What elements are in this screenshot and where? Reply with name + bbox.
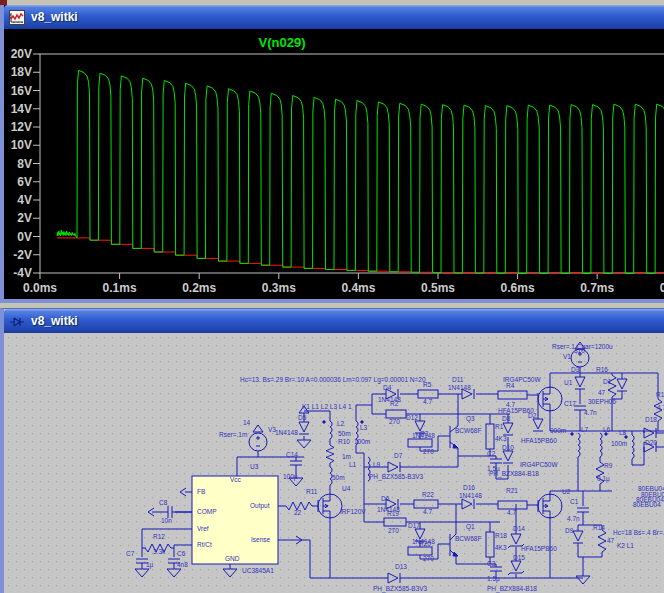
ic-pin-label: Vcc [230, 476, 242, 483]
component-label: 270 [423, 555, 434, 562]
component-label: 4.7 [423, 508, 432, 515]
y-tick-label: 6V [17, 175, 32, 189]
component-label: V3 [268, 426, 276, 433]
component-label: 1µ [146, 561, 154, 569]
component-label: 3.3k [153, 548, 166, 555]
phasing-dot [605, 433, 607, 435]
component-label: R3 [420, 430, 429, 437]
component-label: U4 [342, 485, 351, 492]
schematic-area[interactable]: Hc=13. Bs=.29 Br=.10 A=0.000036 Lm=0.097… [4, 333, 664, 593]
ic-pin-label: FB [197, 488, 205, 495]
component-label: R15 [656, 391, 664, 398]
component-label: D6 [381, 495, 390, 502]
component-label: 270 [389, 418, 400, 425]
component-label: U3 [250, 463, 259, 470]
component-label: 47 [607, 537, 615, 544]
component-label: HFA15PB60 [521, 545, 557, 552]
component-label: D18 [645, 416, 657, 423]
schematic-window: v8_witki [0, 308, 664, 593]
component-label: 4.7 [657, 404, 664, 411]
component-label: K1 L1 L2 L3 L4 1 [302, 403, 352, 410]
component-label: R12 [153, 533, 165, 540]
component-label: IRG4PC50W [520, 461, 558, 468]
y-tick-label: 20V [11, 47, 32, 61]
component-label: R10 [338, 438, 350, 445]
component-label: L3 [360, 424, 368, 431]
component-label: 4.7n [584, 409, 597, 416]
waveform-titlebar[interactable]: v8_witki [4, 5, 664, 29]
component-label: 47 [598, 389, 606, 396]
x-tick-label: 0.6ms [501, 281, 535, 295]
component-label: 4.7n [567, 515, 580, 522]
component-label: R18 [495, 532, 507, 539]
component-label: R4 [506, 382, 515, 389]
y-tick-label: 8V [17, 157, 32, 171]
y-tick-label: 0V [17, 230, 32, 244]
component-label: 22 [294, 509, 302, 516]
component-label: D1 [603, 378, 612, 385]
component-label: R14 [593, 524, 605, 531]
component-label: U2 [562, 488, 571, 495]
component-label: 0.1µ [597, 475, 610, 483]
window-title: v8_witki [31, 314, 78, 328]
component-label: Q3 [466, 415, 475, 423]
component-label: 10n [161, 517, 172, 524]
component-label: IRF120V [340, 508, 366, 515]
waveform-plot[interactable]: 20V18V16V14V12V10V8V6V4V2V0V-2V-4V0.0ms0… [4, 29, 664, 299]
component-label: D20 [645, 439, 657, 446]
y-tick-label: 14V [11, 102, 32, 116]
y-tick-label: 4V [17, 193, 32, 207]
component-label: L8 [619, 429, 627, 436]
component-label: R19 [387, 510, 399, 517]
component-label: L1 [349, 461, 357, 468]
component-label: R20 [419, 540, 431, 547]
schematic-canvas[interactable]: Hc=13. Bs=.29 Br=.10 A=0.000036 Lm=0.097… [4, 333, 664, 593]
component-label: D13 [395, 563, 407, 570]
plot-area[interactable]: 20V18V16V14V12V10V8V6V4V2V0V-2V-4V0.0ms0… [4, 29, 664, 303]
component-label: C17 [564, 400, 576, 407]
trace-legend-label[interactable]: V(n029) [259, 35, 306, 50]
component-label: C2 [487, 450, 496, 457]
component-label: 80EBU04 [633, 501, 661, 508]
component-label: BCW68F [455, 427, 481, 434]
component-label: V1 [563, 353, 571, 360]
schematic-titlebar[interactable]: v8_witki [4, 309, 664, 333]
phasing-dot [323, 421, 325, 423]
component-label: C3 [487, 560, 496, 567]
component-label: D14 [513, 525, 525, 532]
x-tick-label: 0.5ms [421, 281, 455, 295]
x-tick-label: 0.8ms [660, 281, 664, 295]
component-label: L7 [581, 426, 589, 433]
phasing-dot [625, 436, 627, 438]
component-label: 50m [338, 430, 351, 437]
component-label: PH_BZX884-B18 [487, 585, 537, 593]
component-label: UC3845A1 [242, 567, 274, 574]
component-label: L2 [337, 420, 345, 427]
component-label: 30EPH06 [588, 398, 616, 405]
component-label: PH_BZX585-B3V3 [373, 585, 428, 593]
component-label: 1N4148 [448, 384, 471, 391]
component-label: 4.7 [507, 509, 516, 516]
x-tick-label: 0.4ms [341, 281, 375, 295]
component-label: 50m [332, 474, 345, 481]
component-label: C8 [159, 499, 168, 506]
component-label: R2 [390, 400, 399, 407]
x-tick-label: 0.0ms [23, 281, 57, 295]
component-label: 1N4148 [275, 429, 298, 436]
component-label: K2 L1 [617, 542, 634, 549]
component-label: 1.5µ [487, 575, 500, 583]
component-label: Hc=13. Bs=.29 Br=.10 A=0.000036 Lm=0.097… [240, 376, 426, 384]
ic-pin-label: Rt/Ct [197, 541, 212, 548]
x-tick-label: 0.7ms [580, 281, 614, 295]
component-label: D10 [502, 444, 514, 451]
component-label: C1 [570, 498, 579, 505]
component-label: 1m [342, 453, 351, 460]
component-label: C6 [177, 550, 186, 557]
component-label: R5 [423, 381, 432, 388]
ic-pin-label: Vref [197, 525, 209, 532]
y-tick-label: -4V [13, 266, 32, 280]
component-label: 900m [550, 427, 566, 434]
component-label: D9 [565, 527, 574, 534]
component-label: 4n8 [177, 561, 188, 568]
component-label: 1.5µ [487, 465, 500, 473]
